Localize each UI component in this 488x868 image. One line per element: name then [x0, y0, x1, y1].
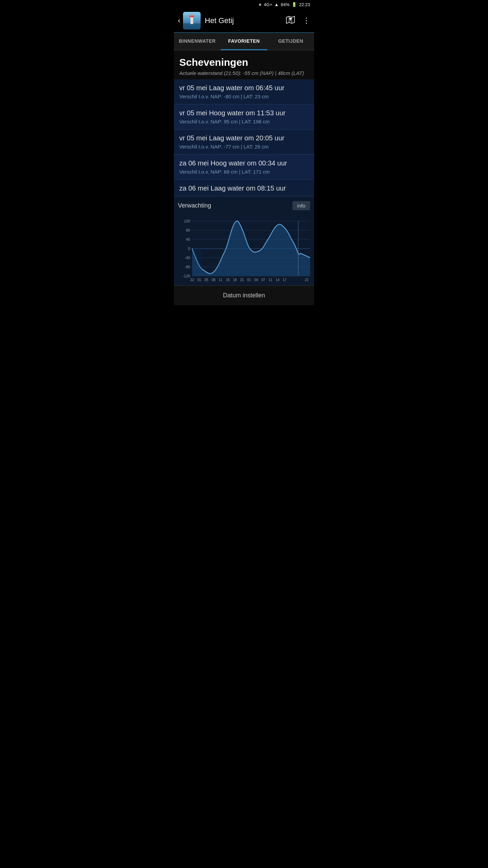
- main-content: Scheveningen Actuele waterstand (21:50):…: [174, 51, 314, 285]
- tide-time: za 06 mei Hoog water om 00:34 uur: [179, 159, 309, 167]
- svg-rect-5: [190, 14, 194, 16]
- svg-text:04: 04: [254, 278, 258, 282]
- tide-item[interactable]: za 06 mei Hoog water om 00:34 uur Versch…: [174, 155, 314, 180]
- signal-bars-icon: ▲: [274, 2, 279, 7]
- svg-text:05: 05: [204, 278, 208, 282]
- location-name: Scheveningen: [179, 57, 309, 68]
- status-bar: ∗ 4G+ ▲ 84% 🔋 22:23: [174, 0, 314, 9]
- chart-area: 120 80 40 0 -40 -80 -120 22 01 0: [178, 214, 310, 282]
- tide-item[interactable]: vr 05 mei Hoog water om 11:53 uur Versch…: [174, 104, 314, 130]
- tide-time: za 06 mei Laag water om 08:15 uur: [179, 184, 309, 192]
- datum-instellen-button[interactable]: Datum instellen: [174, 285, 314, 305]
- svg-rect-3: [190, 17, 193, 24]
- svg-text:-80: -80: [185, 265, 190, 269]
- svg-text:21: 21: [305, 278, 309, 282]
- chart-header: Verwachting info: [178, 201, 310, 210]
- time-label: 22:23: [299, 2, 310, 7]
- tide-diff: Verschil t.o.v. NAP: -77 cm | LAT: 26 cm: [179, 144, 309, 150]
- tide-item[interactable]: za 06 mei Laag water om 08:15 uur: [174, 180, 314, 196]
- svg-text:0: 0: [188, 246, 190, 251]
- svg-text:08: 08: [211, 278, 216, 282]
- info-button[interactable]: info: [292, 201, 310, 210]
- svg-text:120: 120: [184, 219, 190, 223]
- svg-text:40: 40: [186, 237, 190, 241]
- svg-text:11: 11: [219, 278, 223, 282]
- svg-text:-40: -40: [185, 256, 190, 260]
- location-header: Scheveningen Actuele waterstand (21:50):…: [174, 51, 314, 79]
- tide-diff: Verschil t.o.v. NAP: -80 cm | LAT: 23 cm: [179, 94, 309, 99]
- app-title: Het Getij: [205, 16, 285, 25]
- tide-item[interactable]: vr 05 mei Laag water om 06:45 uur Versch…: [174, 79, 314, 104]
- tide-time: vr 05 mei Laag water om 20:05 uur: [179, 134, 309, 142]
- more-options-icon[interactable]: ⋮: [303, 16, 310, 25]
- svg-text:-120: -120: [183, 274, 190, 278]
- tab-getijden[interactable]: GETIJDEN: [267, 33, 314, 50]
- tide-time: vr 05 mei Hoog water om 11:53 uur: [179, 109, 309, 117]
- tide-diff: Verschil t.o.v. NAP: 68 cm | LAT: 171 cm: [179, 169, 309, 175]
- map-icon[interactable]: [285, 15, 296, 27]
- svg-text:14: 14: [276, 278, 280, 282]
- svg-rect-2: [183, 23, 201, 29]
- svg-text:22: 22: [190, 278, 194, 282]
- tab-bar: BINNENWATER FAVORIETEN GETIJDEN: [174, 33, 314, 51]
- svg-point-8: [289, 18, 291, 20]
- location-subtitle: Actuele waterstand (21:50): -55 cm (NAP)…: [179, 70, 309, 76]
- app-bar: ‹ Het Getij: [174, 9, 314, 33]
- bluetooth-icon: ∗: [258, 2, 262, 7]
- tab-binnenwater[interactable]: BINNENWATER: [174, 33, 221, 50]
- app-logo: [183, 12, 201, 29]
- svg-text:21: 21: [240, 278, 244, 282]
- tab-favorieten[interactable]: FAVORIETEN: [221, 33, 267, 50]
- chart-title: Verwachting: [178, 202, 211, 209]
- svg-text:07: 07: [261, 278, 265, 282]
- signal-label: 4G+: [264, 2, 272, 7]
- tide-time: vr 05 mei Laag water om 06:45 uur: [179, 84, 309, 92]
- battery-icon: 🔋: [291, 2, 297, 7]
- svg-text:17: 17: [283, 278, 287, 282]
- svg-text:01: 01: [197, 278, 201, 282]
- svg-text:18: 18: [233, 278, 237, 282]
- tide-item[interactable]: vr 05 mei Laag water om 20:05 uur Versch…: [174, 130, 314, 155]
- svg-text:01: 01: [247, 278, 251, 282]
- back-button[interactable]: ‹: [178, 16, 180, 25]
- tide-list: vr 05 mei Laag water om 06:45 uur Versch…: [174, 79, 314, 196]
- tide-chart: 120 80 40 0 -40 -80 -120 22 01 0: [178, 214, 310, 282]
- svg-text:15: 15: [226, 278, 230, 282]
- svg-text:80: 80: [186, 228, 190, 232]
- battery-label: 84%: [281, 2, 289, 7]
- chart-section: Verwachting info 120 80 40: [174, 196, 314, 285]
- tide-diff: Verschil t.o.v. NAP: 95 cm | LAT: 198 cm: [179, 119, 309, 124]
- svg-text:11: 11: [268, 278, 272, 282]
